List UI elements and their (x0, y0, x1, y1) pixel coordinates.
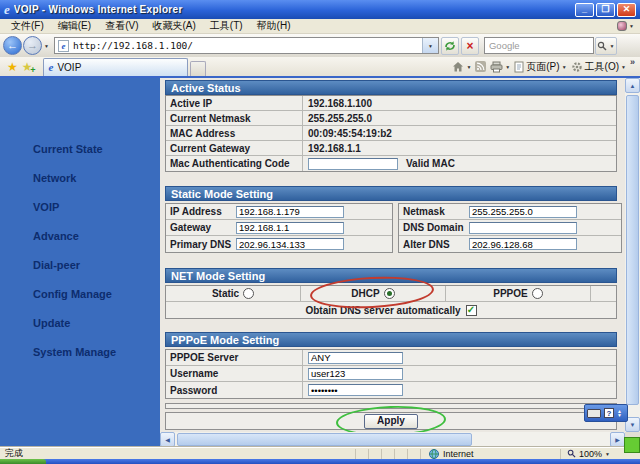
password-field[interactable] (308, 384, 403, 396)
alter-dns-field[interactable] (469, 238, 577, 250)
address-bar[interactable]: e http://192.168.1.100/ ▼ (54, 37, 439, 54)
row-label: DNS Domain (399, 222, 469, 233)
keyboard-icon[interactable] (587, 409, 601, 418)
new-tab-stub[interactable] (190, 61, 206, 76)
horizontal-scroll-thumb[interactable] (177, 433, 472, 446)
title-bar: e VOIP - Windows Internet Explorer _ ❐ ✕ (0, 0, 640, 19)
net-mode-options-row: Static DHCP PPPOE (166, 286, 616, 302)
ip-address-field[interactable] (236, 206, 344, 218)
search-dropdown-icon[interactable]: ▼ (609, 43, 614, 49)
static-option[interactable]: Static (166, 286, 301, 301)
sidebar-item-dial-peer[interactable]: Dial-peer (0, 250, 160, 279)
tools-menu-button[interactable]: 工具(O) ▼ (571, 60, 626, 74)
menu-file[interactable]: 文件(F) (4, 19, 51, 33)
addon-dropdown-icon[interactable]: ▼ (629, 23, 634, 29)
row-label: Current Gateway (166, 141, 303, 155)
netmask-field[interactable] (469, 206, 577, 218)
search-box[interactable]: Google (484, 37, 594, 54)
sidebar-item-update[interactable]: Update (0, 308, 160, 337)
address-url[interactable]: http://192.168.1.100/ (73, 40, 422, 51)
sidebar-item-system-manage[interactable]: System Manage (0, 337, 160, 366)
menu-help[interactable]: 帮助(H) (250, 19, 298, 33)
tools-menu-label: 工具(O) (585, 60, 619, 74)
feeds-icon (475, 61, 486, 72)
history-dropdown-icon[interactable]: ▼ (44, 43, 49, 49)
pppoe-option[interactable]: PPPOE (446, 286, 591, 301)
tab-voip[interactable]: e VOIP (43, 58, 188, 76)
start-button-fragment[interactable] (0, 459, 46, 464)
pppoe-server-field[interactable] (308, 352, 403, 364)
address-dropdown-icon[interactable]: ▼ (422, 38, 438, 53)
refresh-icon (444, 40, 456, 52)
refresh-button[interactable] (441, 37, 459, 55)
security-zone: Internet (420, 449, 560, 459)
dns-auto-checkbox[interactable] (466, 305, 477, 316)
sidebar-nav: Current State Network VOIP Advance Dial-… (0, 78, 160, 447)
sidebar-item-current-state[interactable]: Current State (0, 134, 160, 163)
row-label: Netmask (399, 206, 469, 217)
toolbar-overflow-icon[interactable]: » (630, 57, 635, 67)
sidebar-item-network[interactable]: Network (0, 163, 160, 192)
gateway-field[interactable] (236, 222, 344, 234)
static-radio[interactable] (243, 288, 254, 299)
menu-tools[interactable]: 工具(T) (203, 19, 250, 33)
search-go-button[interactable]: ▼ (595, 37, 617, 55)
addon-icon[interactable] (617, 21, 627, 31)
vertical-scroll-thumb[interactable] (626, 95, 639, 405)
zoom-dropdown-icon[interactable]: ▼ (605, 451, 610, 457)
search-input[interactable]: Google (489, 40, 593, 51)
print-button[interactable]: ▼ (490, 61, 510, 73)
table-row: DNS Domain (399, 220, 621, 236)
language-bar-arrows-icon[interactable]: ▲▼ (617, 409, 622, 417)
vertical-scrollbar[interactable]: ▲ ▼ (625, 78, 640, 432)
dhcp-option[interactable]: DHCP (301, 286, 446, 301)
row-label: Current Netmask (166, 111, 303, 125)
restore-button[interactable]: ❐ (596, 3, 615, 17)
dns-domain-field[interactable] (469, 222, 577, 234)
horizontal-scrollbar[interactable]: ◀ ▶ (160, 432, 625, 447)
home-button[interactable]: ▼ (452, 61, 471, 73)
stop-button[interactable]: × (461, 37, 479, 55)
home-icon (452, 61, 464, 73)
zone-label: Internet (443, 449, 474, 459)
page-menu-label: 页面(P) (526, 60, 559, 74)
favorites-center-icon[interactable]: ★ (7, 61, 18, 73)
table-row: Primary DNS (166, 236, 392, 252)
scroll-right-icon[interactable]: ▶ (610, 432, 625, 447)
feeds-button[interactable] (475, 61, 486, 72)
static-mode-title: Static Mode Setting (171, 188, 273, 200)
sidebar-item-config-manage[interactable]: Config Manage (0, 279, 160, 308)
menu-view[interactable]: 查看(V) (98, 19, 145, 33)
apply-button[interactable]: Apply (364, 414, 418, 429)
table-row: Username (166, 366, 616, 382)
taskbar-notification-fragment (624, 437, 640, 453)
back-button[interactable]: ← (3, 36, 22, 55)
printer-icon (490, 61, 503, 73)
section-header-net-mode: NET Mode Setting (165, 268, 617, 283)
close-button[interactable]: ✕ (617, 3, 636, 17)
pppoe-radio[interactable] (532, 288, 543, 299)
scroll-left-icon[interactable]: ◀ (160, 432, 175, 447)
language-bar[interactable]: ? ▲▼ (584, 404, 628, 422)
menu-favorites[interactable]: 收藏夹(A) (145, 19, 202, 33)
ie-logo-icon: e (4, 3, 10, 16)
page-menu-button[interactable]: 页面(P) ▼ (514, 60, 566, 74)
scroll-up-icon[interactable]: ▲ (625, 78, 640, 93)
username-field[interactable] (308, 368, 403, 380)
sidebar-item-advance[interactable]: Advance (0, 221, 160, 250)
mac-auth-code-field[interactable] (308, 158, 398, 170)
menu-edit[interactable]: 编辑(E) (51, 19, 98, 33)
navigation-bar: ← → ▼ e http://192.168.1.100/ ▼ × Google… (0, 34, 640, 57)
add-favorite-icon[interactable]: ★ (22, 61, 33, 73)
section-header-active-status: Active Status (165, 80, 617, 95)
page-icon (514, 61, 524, 73)
dhcp-radio-label: DHCP (351, 288, 379, 299)
row-label: Password (166, 382, 303, 398)
forward-button[interactable]: → (23, 36, 42, 55)
minimize-button[interactable]: _ (575, 3, 594, 17)
dhcp-radio[interactable] (384, 288, 395, 299)
primary-dns-field[interactable] (236, 238, 344, 250)
static-radio-label: Static (212, 288, 239, 299)
sidebar-item-voip[interactable]: VOIP (0, 192, 160, 221)
help-icon[interactable]: ? (604, 408, 614, 418)
